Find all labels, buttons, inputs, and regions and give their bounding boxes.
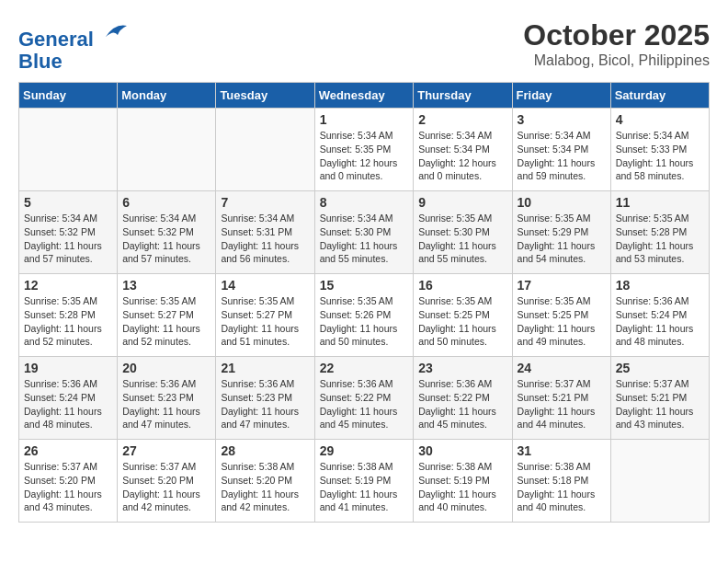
day-number: 23 [418, 361, 506, 375]
day-number: 13 [122, 278, 210, 293]
weekday-header-tuesday: Tuesday [216, 83, 314, 109]
day-number: 27 [122, 443, 210, 458]
day-info: Sunrise: 5:37 AM Sunset: 5:21 PM Dayligh… [518, 377, 606, 431]
day-info: Sunrise: 5:36 AM Sunset: 5:22 PM Dayligh… [320, 377, 409, 431]
week-row-2: 5Sunrise: 5:34 AM Sunset: 5:32 PM Daylig… [19, 191, 710, 274]
day-info: Sunrise: 5:36 AM Sunset: 5:24 PM Dayligh… [616, 294, 704, 349]
day-number: 30 [418, 443, 506, 458]
calendar-cell: 4Sunrise: 5:34 AM Sunset: 5:33 PM Daylig… [610, 109, 709, 191]
day-info: Sunrise: 5:34 AM Sunset: 5:33 PM Dayligh… [616, 129, 704, 183]
weekday-header-wednesday: Wednesday [314, 83, 414, 109]
calendar-cell: 5Sunrise: 5:34 AM Sunset: 5:32 PM Daylig… [19, 191, 118, 274]
weekday-header-friday: Friday [512, 83, 610, 109]
month-title: October 2025 [523, 18, 710, 52]
calendar-cell: 13Sunrise: 5:35 AM Sunset: 5:27 PM Dayli… [118, 274, 216, 357]
day-number: 10 [518, 195, 606, 210]
calendar-cell: 9Sunrise: 5:35 AM Sunset: 5:30 PM Daylig… [414, 191, 512, 274]
day-number: 11 [616, 195, 704, 210]
calendar-cell: 11Sunrise: 5:35 AM Sunset: 5:28 PM Dayli… [610, 191, 709, 274]
week-row-1: 1Sunrise: 5:34 AM Sunset: 5:35 PM Daylig… [19, 109, 710, 191]
day-number: 31 [518, 443, 606, 458]
week-row-4: 19Sunrise: 5:36 AM Sunset: 5:24 PM Dayli… [19, 357, 710, 440]
day-number: 8 [320, 195, 409, 210]
calendar-cell: 16Sunrise: 5:35 AM Sunset: 5:25 PM Dayli… [414, 274, 512, 357]
day-info: Sunrise: 5:34 AM Sunset: 5:35 PM Dayligh… [320, 129, 409, 183]
calendar-cell: 26Sunrise: 5:37 AM Sunset: 5:20 PM Dayli… [19, 440, 118, 523]
day-info: Sunrise: 5:35 AM Sunset: 5:28 PM Dayligh… [616, 212, 704, 266]
day-info: Sunrise: 5:34 AM Sunset: 5:34 PM Dayligh… [418, 129, 506, 183]
weekday-header-thursday: Thursday [414, 83, 512, 109]
weekday-header-row: SundayMondayTuesdayWednesdayThursdayFrid… [19, 83, 710, 109]
weekday-header-monday: Monday [118, 83, 216, 109]
calendar-cell: 12Sunrise: 5:35 AM Sunset: 5:28 PM Dayli… [19, 274, 118, 357]
day-info: Sunrise: 5:37 AM Sunset: 5:20 PM Dayligh… [122, 460, 210, 514]
day-info: Sunrise: 5:38 AM Sunset: 5:19 PM Dayligh… [320, 460, 409, 514]
calendar-cell: 17Sunrise: 5:35 AM Sunset: 5:25 PM Dayli… [512, 274, 610, 357]
calendar-cell: 30Sunrise: 5:38 AM Sunset: 5:19 PM Dayli… [414, 440, 512, 523]
calendar-cell: 14Sunrise: 5:35 AM Sunset: 5:27 PM Dayli… [216, 274, 314, 357]
day-number: 4 [616, 112, 704, 127]
calendar-cell: 28Sunrise: 5:38 AM Sunset: 5:20 PM Dayli… [216, 440, 314, 523]
calendar-cell: 19Sunrise: 5:36 AM Sunset: 5:24 PM Dayli… [19, 357, 118, 440]
day-number: 7 [221, 195, 309, 210]
calendar-cell [216, 109, 314, 191]
calendar-cell: 27Sunrise: 5:37 AM Sunset: 5:20 PM Dayli… [118, 440, 216, 523]
calendar-cell: 22Sunrise: 5:36 AM Sunset: 5:22 PM Dayli… [314, 357, 414, 440]
day-info: Sunrise: 5:35 AM Sunset: 5:27 PM Dayligh… [122, 294, 210, 349]
day-number: 14 [221, 278, 309, 293]
day-info: Sunrise: 5:38 AM Sunset: 5:18 PM Dayligh… [518, 460, 606, 514]
day-number: 9 [418, 195, 506, 210]
day-number: 6 [122, 195, 210, 210]
day-info: Sunrise: 5:37 AM Sunset: 5:20 PM Dayligh… [24, 460, 112, 514]
calendar-cell [610, 440, 709, 523]
calendar-cell: 20Sunrise: 5:36 AM Sunset: 5:23 PM Dayli… [118, 357, 216, 440]
day-number: 5 [24, 195, 112, 210]
calendar-cell [118, 109, 216, 191]
week-row-5: 26Sunrise: 5:37 AM Sunset: 5:20 PM Dayli… [19, 440, 710, 523]
day-info: Sunrise: 5:36 AM Sunset: 5:24 PM Dayligh… [24, 377, 112, 431]
day-number: 2 [418, 112, 506, 127]
day-number: 26 [24, 443, 112, 458]
calendar-cell: 23Sunrise: 5:36 AM Sunset: 5:22 PM Dayli… [414, 357, 512, 440]
day-number: 24 [518, 361, 606, 375]
day-number: 3 [518, 112, 606, 127]
weekday-header-saturday: Saturday [610, 83, 709, 109]
day-number: 20 [122, 361, 210, 375]
logo-blue: Blue [18, 50, 63, 73]
day-number: 28 [221, 443, 309, 458]
day-info: Sunrise: 5:34 AM Sunset: 5:34 PM Dayligh… [518, 129, 606, 183]
calendar-cell: 18Sunrise: 5:36 AM Sunset: 5:24 PM Dayli… [610, 274, 709, 357]
day-info: Sunrise: 5:38 AM Sunset: 5:19 PM Dayligh… [418, 460, 506, 514]
weekday-header-sunday: Sunday [19, 83, 118, 109]
calendar-table: SundayMondayTuesdayWednesdayThursdayFrid… [18, 82, 710, 523]
day-info: Sunrise: 5:35 AM Sunset: 5:30 PM Dayligh… [418, 212, 506, 266]
calendar-cell: 29Sunrise: 5:38 AM Sunset: 5:19 PM Dayli… [314, 440, 414, 523]
calendar-cell: 7Sunrise: 5:34 AM Sunset: 5:31 PM Daylig… [216, 191, 314, 274]
title-block: October 2025 Malabog, Bicol, Philippines [523, 18, 710, 69]
day-info: Sunrise: 5:35 AM Sunset: 5:25 PM Dayligh… [518, 294, 606, 349]
day-info: Sunrise: 5:36 AM Sunset: 5:23 PM Dayligh… [221, 377, 309, 431]
day-info: Sunrise: 5:36 AM Sunset: 5:22 PM Dayligh… [418, 377, 506, 431]
day-number: 17 [518, 278, 606, 293]
day-number: 18 [616, 278, 704, 293]
day-info: Sunrise: 5:34 AM Sunset: 5:31 PM Dayligh… [221, 212, 309, 266]
page-header: General Blue October 2025 Malabog, Bicol… [18, 18, 710, 73]
calendar-cell: 10Sunrise: 5:35 AM Sunset: 5:29 PM Dayli… [512, 191, 610, 274]
day-info: Sunrise: 5:35 AM Sunset: 5:27 PM Dayligh… [221, 294, 309, 349]
day-info: Sunrise: 5:34 AM Sunset: 5:30 PM Dayligh… [320, 212, 409, 266]
day-info: Sunrise: 5:35 AM Sunset: 5:28 PM Dayligh… [24, 294, 112, 349]
logo-general: General [18, 28, 94, 51]
day-info: Sunrise: 5:35 AM Sunset: 5:26 PM Dayligh… [320, 294, 409, 349]
day-info: Sunrise: 5:36 AM Sunset: 5:23 PM Dayligh… [122, 377, 210, 431]
calendar-cell: 3Sunrise: 5:34 AM Sunset: 5:34 PM Daylig… [512, 109, 610, 191]
calendar-cell [19, 109, 118, 191]
calendar-cell: 31Sunrise: 5:38 AM Sunset: 5:18 PM Dayli… [512, 440, 610, 523]
day-info: Sunrise: 5:35 AM Sunset: 5:29 PM Dayligh… [518, 212, 606, 266]
day-info: Sunrise: 5:38 AM Sunset: 5:20 PM Dayligh… [221, 460, 309, 514]
day-number: 29 [320, 443, 409, 458]
day-number: 12 [24, 278, 112, 293]
day-number: 19 [24, 361, 112, 375]
day-number: 16 [418, 278, 506, 293]
day-number: 21 [221, 361, 309, 375]
day-info: Sunrise: 5:35 AM Sunset: 5:25 PM Dayligh… [418, 294, 506, 349]
